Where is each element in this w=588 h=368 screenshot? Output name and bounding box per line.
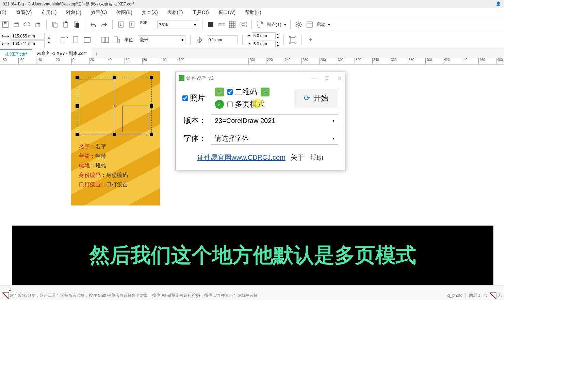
website-link[interactable]: 证件易官网www.CDRCJ.com xyxy=(197,154,285,161)
svg-point-18 xyxy=(298,24,300,26)
svg-rect-21 xyxy=(73,37,78,43)
check-icon[interactable]: ✓ xyxy=(215,100,224,109)
svg-rect-20 xyxy=(61,37,65,43)
menu-view[interactable]: 查看(V) xyxy=(16,10,32,16)
cloud-icon[interactable] xyxy=(23,20,31,29)
page-icon[interactable] xyxy=(113,36,121,44)
print-icon[interactable] xyxy=(12,20,20,29)
undo-icon[interactable] xyxy=(89,20,97,29)
menu-edit[interactable]: (E) xyxy=(0,10,6,16)
menu-table[interactable]: 表格(T) xyxy=(167,10,183,16)
horizontal-ruler: -80-60-40-200204060801001202002202402602… xyxy=(0,58,504,65)
menu-effects[interactable]: 效果(C) xyxy=(91,10,107,16)
svg-point-16 xyxy=(242,24,245,26)
link-icon[interactable]: 🔗 xyxy=(215,88,224,96)
help-link[interactable]: 帮助 xyxy=(310,154,323,161)
subtitle-overlay: 然后我们这个地方他默认是多页模式 xyxy=(12,226,493,285)
unit-select[interactable]: 毫米▾ xyxy=(138,35,185,44)
selection-box[interactable]: × xyxy=(77,77,152,135)
svg-rect-24 xyxy=(105,37,109,43)
portrait-icon[interactable] xyxy=(71,36,80,44)
tab-doc2[interactable]: 未命名 -1 XE7 - 副本.cdr* xyxy=(32,48,92,58)
width-input[interactable] xyxy=(11,33,45,40)
redo-icon[interactable] xyxy=(100,20,108,29)
svg-rect-2 xyxy=(14,24,19,26)
export-icon[interactable] xyxy=(34,20,42,29)
import-icon[interactable] xyxy=(117,20,125,29)
svg-rect-26 xyxy=(118,39,119,43)
settings-icon[interactable] xyxy=(295,20,303,29)
dialog-title: 证件易™ v2 xyxy=(186,75,214,81)
svg-rect-27 xyxy=(290,37,295,42)
nudge-input[interactable] xyxy=(207,35,238,44)
title-bar: 021 (64-Bit) - C:\Users\bauhinia\Desktop… xyxy=(0,0,504,8)
selection-center-icon: × xyxy=(113,103,116,109)
svg-rect-25 xyxy=(114,37,117,43)
clipboard-icon[interactable] xyxy=(72,20,81,29)
fill-label: 无 xyxy=(497,293,502,298)
link2-icon[interactable]: 🔗 xyxy=(261,88,270,96)
svg-rect-10 xyxy=(76,23,79,28)
app-icon xyxy=(179,75,184,81)
menu-bar: (E) 查看(V) 布局(L) 对象(J) 效果(C) 位图(B) 文本(X) … xyxy=(0,8,504,18)
menu-window[interactable]: 窗口(W) xyxy=(218,10,236,16)
add-icon[interactable]: + xyxy=(307,36,315,44)
ruler-icon[interactable] xyxy=(217,20,226,29)
menu-layout[interactable]: 布局(L) xyxy=(41,10,56,16)
tab-doc1[interactable]: -1 XE7.cdr* xyxy=(0,49,32,58)
width-icon: ⟷ xyxy=(1,33,9,39)
grid-icon[interactable] xyxy=(228,20,236,29)
status-bar: 1 次可旋转/倾斜；双击工具可选择所有对象；按住 Shift 键单击可选择多个对… xyxy=(0,286,504,300)
launch-label[interactable]: 启动 xyxy=(316,21,325,28)
object-info: cj_photo 于 图层 1 xyxy=(447,293,480,298)
unit-label: 单位: xyxy=(124,37,134,43)
qr-checkbox[interactable]: 二维码 xyxy=(227,87,257,97)
fill2-swatch[interactable] xyxy=(490,292,496,299)
svg-rect-19 xyxy=(307,22,312,27)
minimize-icon[interactable]: — xyxy=(312,75,317,81)
maximize-icon[interactable]: □ xyxy=(326,75,329,81)
fill-swatch[interactable] xyxy=(2,292,9,299)
svg-rect-23 xyxy=(102,37,105,43)
nudge-icon xyxy=(195,36,203,44)
plugin-dialog: 证件易™ v2 — □ ✕ 照片 🔗 二维码 🔗 ✓ xyxy=(175,72,345,170)
height-icon: ⟷ xyxy=(1,40,9,47)
clear-icon[interactable] xyxy=(256,20,264,29)
close-icon[interactable]: ✕ xyxy=(337,75,342,81)
preview-icon[interactable] xyxy=(239,20,247,29)
start-button[interactable]: ⟳ 开始 xyxy=(294,89,338,107)
version-label: 版本： xyxy=(182,116,206,126)
font-select[interactable]: 请选择字体▾ xyxy=(211,132,338,145)
menu-tools[interactable]: 工具(O) xyxy=(192,10,209,16)
dup-x-input[interactable] xyxy=(252,32,276,39)
pages-icon[interactable] xyxy=(101,36,109,44)
dup-y-input[interactable] xyxy=(252,41,276,47)
about-link[interactable]: 关于 xyxy=(291,154,304,161)
menu-bitmap[interactable]: 位图(B) xyxy=(116,10,132,16)
tab-add[interactable]: + xyxy=(92,51,101,58)
export2-icon[interactable] xyxy=(128,20,136,29)
refresh-icon: ⟳ xyxy=(304,94,310,103)
menu-object[interactable]: 对象(J) xyxy=(66,10,81,16)
menu-help[interactable]: 帮助(H) xyxy=(245,10,261,16)
page-number: 1 xyxy=(9,287,11,292)
window-icon[interactable] xyxy=(306,20,314,29)
swap-icon[interactable]: ⇅ xyxy=(484,293,487,298)
version-select[interactable]: 23=CorelDraw 2021▾ xyxy=(211,114,338,127)
paste-icon[interactable] xyxy=(62,20,70,29)
svg-rect-8 xyxy=(65,21,67,23)
fullscreen-icon[interactable] xyxy=(207,20,215,29)
photo-checkbox[interactable]: 照片 xyxy=(182,93,205,103)
zoom-select[interactable]: 75%▾ xyxy=(157,20,198,29)
bleed-icon[interactable] xyxy=(289,36,297,44)
copy-icon[interactable] xyxy=(51,20,59,29)
height-input[interactable] xyxy=(11,40,45,47)
landscape-icon[interactable] xyxy=(83,36,91,44)
save-icon[interactable] xyxy=(1,20,10,29)
pdf-icon[interactable]: PDF↓ xyxy=(138,20,149,29)
snap-label[interactable]: 贴齐(T) xyxy=(267,21,281,28)
property-bar: ⟷ ⟷ ▴▾ 单位: 毫米▾ ⇥▴▾ ⇥▴▾ + xyxy=(0,31,504,48)
menu-text[interactable]: 文本(X) xyxy=(142,10,158,16)
user-icon[interactable]: 👤 xyxy=(496,1,501,7)
orientation-icon[interactable] xyxy=(60,36,68,44)
